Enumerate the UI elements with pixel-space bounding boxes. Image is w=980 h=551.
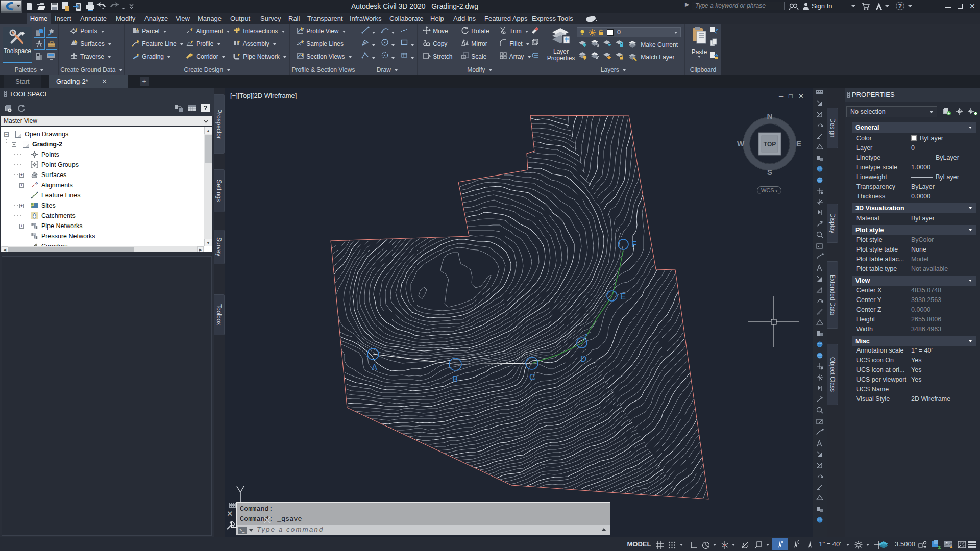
svg-text:E: E [620,292,626,302]
svg-text:F: F [631,240,636,249]
svg-text:↗: ↗ [583,332,589,340]
svg-text:W: W [737,139,745,148]
svg-text:A: A [372,363,378,372]
svg-text:C: C [529,372,535,382]
svg-text:S: S [767,168,772,177]
svg-text:D: D [580,354,586,364]
svg-text:B: B [452,374,458,384]
svg-text:N: N [767,112,773,120]
svg-text:E: E [796,139,801,148]
svg-text:TOP: TOP [764,141,776,148]
